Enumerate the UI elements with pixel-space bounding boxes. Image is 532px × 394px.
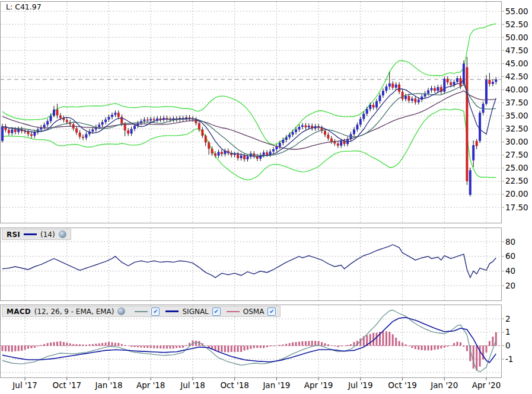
rsi-settings-globe-icon[interactable] (59, 230, 66, 238)
svg-text:80: 80 (505, 237, 515, 246)
signal-checkbox[interactable]: ✔ (212, 307, 221, 316)
svg-text:Jan '20: Jan '20 (430, 380, 458, 390)
svg-text:40.00: 40.00 (505, 85, 528, 94)
svg-text:45.00: 45.00 (505, 59, 528, 68)
svg-text:-1: -1 (505, 354, 513, 364)
rsi-panel-canvas[interactable]: 20406080 (0, 228, 532, 301)
svg-text:Jan '19: Jan '19 (262, 380, 290, 390)
svg-text:Apr '18: Apr '18 (136, 380, 165, 390)
rsi-header: RSI (14) (2, 229, 71, 240)
macd-title: MACD (7, 307, 31, 316)
svg-text:1: 1 (505, 327, 511, 337)
macd-param: (12, 26, 9 - EMA, EMA) (34, 307, 114, 316)
svg-text:Apr '20: Apr '20 (472, 380, 501, 390)
svg-text:37.50: 37.50 (505, 98, 528, 107)
chart-window: 55.0052.5050.0047.5045.0042.5040.0037.50… (0, 0, 532, 394)
svg-text:60: 60 (505, 251, 515, 261)
svg-text:Jan '18: Jan '18 (95, 380, 123, 390)
macd-settings-globe-icon[interactable] (117, 307, 125, 315)
rsi-title: RSI (7, 230, 20, 239)
svg-text:Oct '19: Oct '19 (388, 380, 417, 390)
svg-text:Oct '18: Oct '18 (220, 380, 249, 390)
osma-checkbox[interactable]: ✔ (267, 307, 276, 316)
svg-text:Jul '18: Jul '18 (180, 380, 205, 390)
svg-text:32.50: 32.50 (505, 124, 528, 133)
svg-text:Jul '17: Jul '17 (12, 380, 37, 390)
signal-line-swatch (165, 310, 179, 312)
svg-text:20.00: 20.00 (505, 189, 528, 198)
svg-text:27.50: 27.50 (505, 150, 528, 159)
svg-text:22.50: 22.50 (505, 176, 528, 185)
svg-text:Jul '19: Jul '19 (348, 380, 372, 390)
svg-text:20: 20 (505, 281, 515, 290)
rsi-line-swatch (24, 233, 37, 235)
last-price-label: L: C41.97 (6, 2, 42, 11)
time-axis[interactable]: Jul '17Oct '17Jan '18Apr '18Jul '18Oct '… (0, 378, 532, 394)
svg-text:17.50: 17.50 (505, 203, 528, 212)
svg-text:52.50: 52.50 (505, 20, 528, 29)
osma-label: OSMA (243, 307, 265, 316)
svg-text:0: 0 (505, 341, 511, 350)
rsi-param: (14) (40, 230, 55, 239)
svg-text:Oct '17: Oct '17 (53, 380, 82, 390)
svg-text:2: 2 (505, 314, 511, 323)
svg-text:30.00: 30.00 (505, 137, 528, 146)
signal-label: SIGNAL (182, 307, 208, 316)
svg-text:50.00: 50.00 (505, 33, 528, 42)
macd-line-checkbox[interactable]: ✔ (151, 307, 160, 316)
price-panel-canvas[interactable]: 55.0052.5050.0047.5045.0042.5040.0037.50… (0, 0, 532, 224)
svg-text:35.00: 35.00 (505, 111, 528, 120)
svg-text:55.00: 55.00 (505, 7, 528, 16)
svg-text:42.50: 42.50 (505, 72, 528, 81)
svg-text:Apr '19: Apr '19 (304, 380, 333, 390)
macd-line-swatch (135, 311, 148, 312)
svg-text:47.50: 47.50 (505, 46, 528, 55)
svg-text:25.00: 25.00 (505, 163, 528, 172)
macd-header: MACD (12, 26, 9 - EMA, EMA) ✔ SIGNAL ✔ O… (2, 306, 281, 317)
osma-line-swatch (227, 311, 240, 312)
svg-text:40: 40 (505, 266, 515, 276)
